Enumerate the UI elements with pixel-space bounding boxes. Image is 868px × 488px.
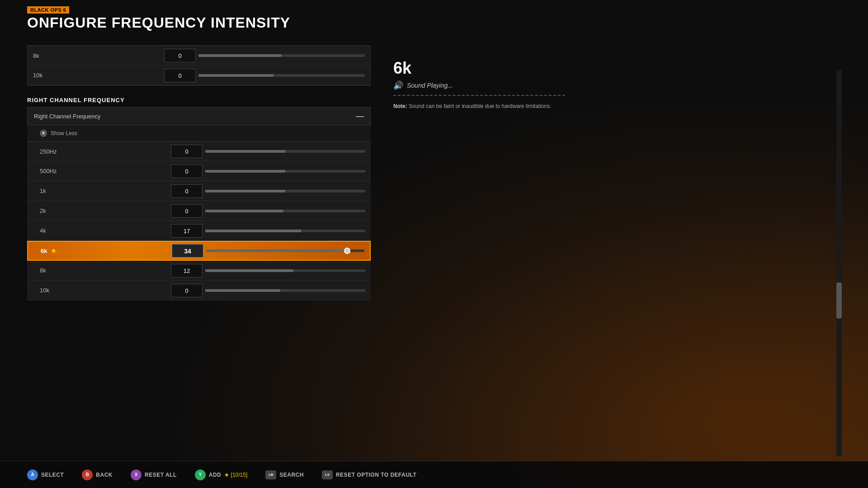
logo-text: BLACK OPS 6	[30, 7, 66, 13]
scrollbar[interactable]	[836, 70, 842, 456]
freq-label: 2k	[40, 207, 171, 214]
page-wrapper: BLACK OPS 6 ONFIGURE FREQUENCY INTENSITY…	[0, 0, 868, 488]
page-title: ONFIGURE FREQUENCY INTENSITY	[27, 15, 290, 30]
action-back[interactable]: B BACK	[82, 469, 113, 480]
action-select[interactable]: A SELECT	[27, 469, 64, 480]
main-content: 8k 0 10k 0 RIGHT CHANNEL FREQUENCY Right…	[27, 45, 371, 456]
section-collapse-bar[interactable]: Right Channel Frequency —	[27, 107, 371, 125]
slider-track[interactable]	[198, 74, 365, 77]
table-row: 1k0	[27, 181, 371, 201]
star-count: ★ [10/15]	[224, 472, 247, 478]
freq-value: 17	[171, 224, 203, 238]
show-less-row[interactable]: ✕ Show Less	[27, 125, 371, 141]
b-button-icon: B	[82, 469, 93, 480]
slider-fill	[198, 74, 274, 77]
logo-badge: BLACK OPS 6	[27, 6, 69, 14]
header: BLACK OPS 6 ONFIGURE FREQUENCY INTENSITY	[27, 6, 290, 30]
freq-value: 0	[171, 204, 203, 218]
collapse-minus-icon: —	[356, 112, 364, 121]
action-reset-option[interactable]: LS RESET OPTION TO DEFAULT	[322, 470, 416, 479]
collapse-label: Right Channel Frequency	[34, 113, 100, 120]
freq-label: 4k	[40, 227, 171, 234]
slider-track[interactable]	[205, 230, 365, 232]
slider-fill	[205, 230, 301, 232]
slider-track[interactable]	[198, 54, 365, 57]
freq-label: 1k	[40, 188, 171, 194]
reset-option-label: RESET OPTION TO DEFAULT	[336, 472, 416, 478]
right-panel-freq-title: 6k	[393, 59, 565, 78]
search-label: SEARCH	[279, 472, 304, 478]
action-add[interactable]: Y ADD ★ [10/15]	[195, 469, 248, 480]
table-row: 8k12	[27, 261, 371, 281]
lb-button-icon: LB	[265, 470, 276, 479]
freq-value: 12	[171, 264, 203, 277]
x-button-icon: X	[131, 469, 142, 480]
freq-label: 6k★	[41, 247, 172, 254]
freq-value: 0	[164, 69, 196, 82]
slider-thumb	[344, 248, 350, 254]
freq-label: 8k	[33, 52, 164, 59]
bottom-bar: A SELECT B BACK X RESET ALL Y ADD ★ [10/…	[0, 461, 868, 488]
table-row: 10k0	[27, 281, 371, 300]
note-body: Sound can be faint or inaudible due to h…	[409, 103, 552, 109]
star-icon: ★	[51, 247, 57, 254]
x-button-icon: ✕	[40, 130, 47, 137]
slider-fill	[205, 190, 285, 192]
top-partial-section: 8k 0 10k 0	[27, 45, 371, 86]
sound-playing-row: 🔊 Sound Playing...	[393, 80, 565, 96]
table-row: 250Hz0	[27, 141, 371, 161]
freq-value: 0	[171, 184, 203, 198]
slider-track[interactable]	[205, 210, 365, 212]
slider-fill	[205, 289, 280, 292]
slider-fill	[206, 249, 345, 252]
slider-fill	[198, 54, 282, 57]
freq-value: 0	[171, 145, 203, 158]
right-channel-section: RIGHT CHANNEL FREQUENCY Right Channel Fr…	[27, 92, 371, 300]
slider-track[interactable]	[205, 289, 365, 292]
freq-label: 10k	[33, 72, 164, 79]
right-panel: 6k 🔊 Sound Playing... Note: Sound can be…	[393, 59, 565, 110]
action-search[interactable]: LB SEARCH	[265, 470, 304, 479]
table-row: 6k★34	[27, 241, 371, 261]
add-label: ADD	[209, 472, 222, 478]
sound-playing-text: Sound Playing...	[407, 82, 453, 89]
rc-freq-rows: 250Hz0500Hz01k02k04k176k★348k1210k0	[27, 141, 371, 300]
table-row: 500Hz0	[27, 161, 371, 181]
freq-label: 250Hz	[40, 148, 171, 155]
scrollbar-thumb	[836, 282, 842, 319]
freq-value: 0	[171, 284, 203, 297]
slider-track[interactable]	[205, 190, 365, 192]
table-row: 10k 0	[28, 66, 370, 85]
section-header: RIGHT CHANNEL FREQUENCY	[27, 92, 371, 107]
table-row: 4k17	[27, 221, 371, 241]
freq-label: 8k	[40, 267, 171, 274]
table-row: 2k0	[27, 201, 371, 221]
slider-fill	[205, 269, 293, 272]
note-text: Note: Sound can be faint or inaudible du…	[393, 102, 565, 110]
freq-label: 10k	[40, 287, 171, 294]
table-row: 8k 0	[28, 46, 370, 66]
action-reset-all[interactable]: X RESET ALL	[131, 469, 177, 480]
slider-fill	[205, 150, 285, 153]
freq-value: 0	[171, 164, 203, 178]
freq-label: 500Hz	[40, 168, 171, 174]
slider-track[interactable]	[206, 249, 364, 252]
reset-all-label: RESET ALL	[145, 472, 177, 478]
slider-fill	[205, 210, 283, 212]
speaker-icon: 🔊	[393, 80, 403, 90]
freq-value: 0	[164, 49, 196, 62]
slider-fill	[205, 170, 285, 173]
ls-button-icon: LS	[322, 470, 333, 479]
a-button-icon: A	[27, 469, 38, 480]
slider-track[interactable]	[205, 269, 365, 272]
slider-track[interactable]	[205, 150, 365, 153]
select-label: SELECT	[41, 472, 64, 478]
freq-value: 34	[172, 244, 203, 258]
show-less-label: Show Less	[51, 130, 77, 136]
y-button-icon: Y	[195, 469, 206, 480]
slider-track[interactable]	[205, 170, 365, 173]
note-prefix: Note:	[393, 103, 407, 109]
back-label: BACK	[96, 472, 113, 478]
